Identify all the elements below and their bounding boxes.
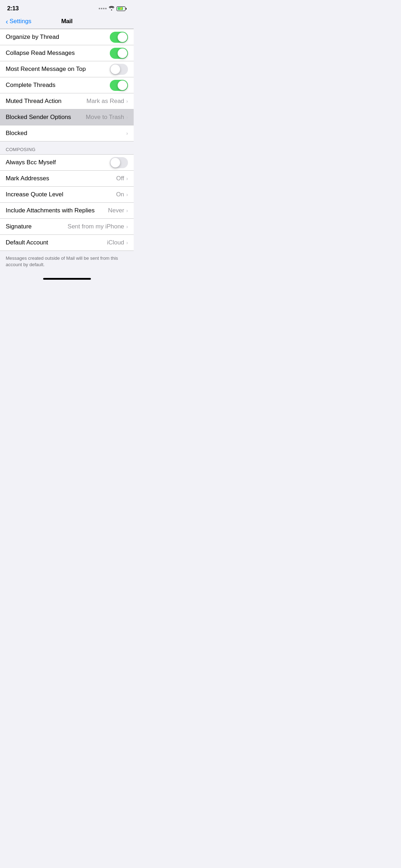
item-value-increase-quote-level: On xyxy=(116,191,124,198)
settings-item-default-account[interactable]: Default AccountiCloud› xyxy=(0,235,134,250)
status-icons: ⚡ xyxy=(99,6,127,11)
item-label-most-recent-message-on-top: Most Recent Message on Top xyxy=(6,61,110,77)
toggle-thumb-complete-threads xyxy=(118,81,127,90)
item-right-collapse-read-messages xyxy=(110,48,128,59)
item-label-mark-addresses: Mark Addresses xyxy=(6,171,116,186)
item-label-blocked-sender-options: Blocked Sender Options xyxy=(6,109,86,125)
toggle-complete-threads[interactable] xyxy=(110,80,128,91)
item-right-always-bcc-myself xyxy=(110,157,128,168)
item-value-mark-addresses: Off xyxy=(116,175,124,182)
item-label-complete-threads: Complete Threads xyxy=(6,77,110,93)
charging-bolt: ⚡ xyxy=(119,7,123,10)
settings-item-collapse-read-messages[interactable]: Collapse Read Messages xyxy=(0,45,134,61)
wifi-icon xyxy=(109,6,114,11)
toggle-thumb-always-bcc-myself xyxy=(110,158,120,167)
item-right-include-attachments-with-replies: Never› xyxy=(108,207,128,214)
page-title: Mail xyxy=(61,18,72,25)
chevron-right-icon: › xyxy=(126,192,128,197)
back-label: Settings xyxy=(10,18,31,25)
chevron-right-icon: › xyxy=(126,114,128,120)
item-right-mark-addresses: Off› xyxy=(116,175,128,182)
item-label-muted-thread-action: Muted Thread Action xyxy=(6,93,87,109)
toggle-thumb-most-recent-message-on-top xyxy=(110,64,120,74)
settings-item-muted-thread-action[interactable]: Muted Thread ActionMark as Read› xyxy=(0,93,134,109)
chevron-right-icon: › xyxy=(126,98,128,104)
item-label-signature: Signature xyxy=(6,219,68,234)
item-label-blocked: Blocked xyxy=(6,125,126,141)
chevron-right-icon: › xyxy=(126,240,128,246)
settings-item-most-recent-message-on-top[interactable]: Most Recent Message on Top xyxy=(0,61,134,77)
settings-item-organize-by-thread[interactable]: Organize by Thread xyxy=(0,29,134,45)
composing-section-label: COMPOSING xyxy=(6,147,36,152)
item-right-most-recent-message-on-top xyxy=(110,64,128,75)
signal-icon xyxy=(99,8,107,9)
item-label-increase-quote-level: Increase Quote Level xyxy=(6,187,116,202)
item-right-blocked-sender-options: Move to Trash› xyxy=(86,114,128,121)
item-label-include-attachments-with-replies: Include Attachments with Replies xyxy=(6,203,108,218)
toggle-collapse-read-messages[interactable] xyxy=(110,48,128,59)
settings-item-always-bcc-myself[interactable]: Always Bcc Myself xyxy=(0,155,134,171)
threading-section: Organize by ThreadCollapse Read Messages… xyxy=(0,29,134,141)
back-button[interactable]: ‹ Settings xyxy=(6,18,31,25)
item-right-muted-thread-action: Mark as Read› xyxy=(87,98,128,105)
item-value-include-attachments-with-replies: Never xyxy=(108,207,124,214)
item-right-blocked: › xyxy=(126,130,128,136)
toggle-thumb-organize-by-thread xyxy=(118,32,127,42)
home-bar xyxy=(43,278,91,280)
item-label-collapse-read-messages: Collapse Read Messages xyxy=(6,45,110,61)
item-right-increase-quote-level: On› xyxy=(116,191,128,198)
chevron-right-icon: › xyxy=(126,208,128,213)
toggle-always-bcc-myself[interactable] xyxy=(110,157,128,168)
item-label-organize-by-thread: Organize by Thread xyxy=(6,29,110,45)
item-right-signature: Sent from my iPhone› xyxy=(68,223,128,230)
status-time: 2:13 xyxy=(7,5,19,12)
chevron-right-icon: › xyxy=(126,130,128,136)
composing-section: Always Bcc MyselfMark AddressesOff›Incre… xyxy=(0,154,134,251)
settings-item-mark-addresses[interactable]: Mark AddressesOff› xyxy=(0,171,134,187)
settings-content: Organize by ThreadCollapse Read Messages… xyxy=(0,29,134,275)
chevron-right-icon: › xyxy=(126,224,128,229)
settings-item-include-attachments-with-replies[interactable]: Include Attachments with RepliesNever› xyxy=(0,203,134,219)
settings-item-increase-quote-level[interactable]: Increase Quote LevelOn› xyxy=(0,187,134,203)
item-label-default-account: Default Account xyxy=(6,235,107,250)
item-right-complete-threads xyxy=(110,80,128,91)
item-right-organize-by-thread xyxy=(110,32,128,43)
home-indicator xyxy=(0,275,134,283)
item-value-blocked-sender-options: Move to Trash xyxy=(86,114,124,121)
settings-item-signature[interactable]: SignatureSent from my iPhone› xyxy=(0,219,134,235)
chevron-right-icon: › xyxy=(126,176,128,181)
item-label-always-bcc-myself: Always Bcc Myself xyxy=(6,155,110,170)
back-chevron-icon: ‹ xyxy=(6,18,8,25)
settings-item-blocked-sender-options[interactable]: Blocked Sender OptionsMove to Trash› xyxy=(0,109,134,125)
toggle-organize-by-thread[interactable] xyxy=(110,32,128,43)
item-value-signature: Sent from my iPhone xyxy=(68,223,124,230)
toggle-most-recent-message-on-top[interactable] xyxy=(110,64,128,75)
status-bar: 2:13 ⚡ xyxy=(0,0,134,15)
footer-note: Messages created outside of Mail will be… xyxy=(0,251,134,275)
settings-item-blocked[interactable]: Blocked› xyxy=(0,125,134,141)
item-right-default-account: iCloud› xyxy=(107,239,128,246)
battery-icon: ⚡ xyxy=(117,6,127,11)
settings-item-complete-threads[interactable]: Complete Threads xyxy=(0,77,134,93)
toggle-thumb-collapse-read-messages xyxy=(118,48,127,58)
composing-section-gap: COMPOSING xyxy=(0,141,134,154)
item-value-default-account: iCloud xyxy=(107,239,124,246)
nav-bar: ‹ Settings Mail xyxy=(0,15,134,29)
item-value-muted-thread-action: Mark as Read xyxy=(87,98,124,105)
